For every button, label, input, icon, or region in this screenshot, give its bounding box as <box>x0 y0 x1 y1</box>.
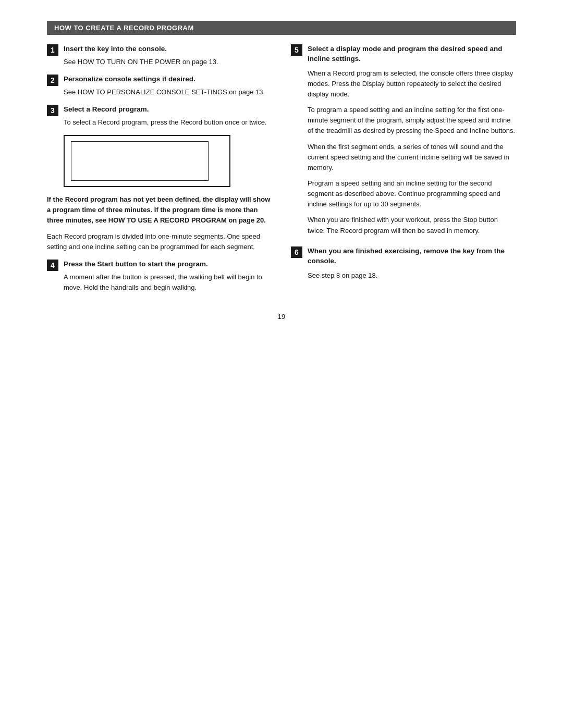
step-2-content: Personalize console settings if desired.… <box>64 75 272 97</box>
step-5-paragraph: When a Record program is selected, the c… <box>308 68 516 100</box>
two-column-layout: 1 Insert the key into the console. See H… <box>47 44 516 300</box>
bold-block: If the Record program has not yet been d… <box>47 194 272 226</box>
step-2-body: See HOW TO PERSONALIZE CONSOLE SET-TINGS… <box>64 87 272 97</box>
left-column: 1 Insert the key into the console. See H… <box>47 44 272 300</box>
step-5-title: Select a display mode and program the de… <box>308 44 516 64</box>
step-3-title: Select a Record program. <box>64 105 272 115</box>
step-1-title: Insert the key into the console. <box>64 44 272 54</box>
step-4-title: Press the Start button to start the prog… <box>64 260 272 269</box>
step-2-title: Personalize console settings if desired. <box>64 75 272 84</box>
step-6: 6 When you are finished exercising, remo… <box>291 246 516 281</box>
step-6-title: When you are finished exercising, remove… <box>308 246 516 266</box>
right-column: 5 Select a display mode and program the … <box>291 44 516 281</box>
diagram-inner <box>71 141 209 181</box>
step-5-number: 5 <box>291 44 302 56</box>
step-3-body: To select a Record program, press the Re… <box>64 117 272 128</box>
step-6-content: When you are finished exercising, remove… <box>308 246 516 281</box>
step-3-content: Select a Record program. To select a Rec… <box>64 105 272 128</box>
page-number: 19 <box>47 313 516 320</box>
page: HOW TO CREATE A RECORD PROGRAM 1 Insert … <box>47 21 516 320</box>
step-5-paragraph: Program a speed setting and an incline s… <box>308 178 516 209</box>
step-1: 1 Insert the key into the console. See H… <box>47 44 272 67</box>
header-text: HOW TO CREATE A RECORD PROGRAM <box>54 24 194 32</box>
step-5-paragraph: When you are finished with your workout,… <box>308 215 516 236</box>
diagram-box <box>64 135 230 187</box>
step-4: 4 Press the Start button to start the pr… <box>47 260 272 293</box>
step-4-content: Press the Start button to start the prog… <box>64 260 272 293</box>
step-3-number: 3 <box>47 105 58 116</box>
step-4-body: A moment after the button is pressed, th… <box>64 272 272 293</box>
section-header: HOW TO CREATE A RECORD PROGRAM <box>47 21 516 35</box>
step-1-content: Insert the key into the console. See HOW… <box>64 44 272 67</box>
step-1-body: See HOW TO TURN ON THE POWER on page 13. <box>64 57 272 67</box>
step-2: 2 Personalize console settings if desire… <box>47 75 272 97</box>
step-6-body: See step 8 on page 18. <box>308 270 516 281</box>
step-5-content: Select a display mode and program the de… <box>308 44 516 241</box>
step-2-number: 2 <box>47 75 58 86</box>
step-5-paragraph: When the first segment ends, a series of… <box>308 142 516 173</box>
step-5-paragraph: To program a speed setting and an inclin… <box>308 105 516 136</box>
step-3: 3 Select a Record program. To select a R… <box>47 105 272 128</box>
step-6-number: 6 <box>291 246 302 258</box>
step-5-body: When a Record program is selected, the c… <box>308 68 516 236</box>
step-1-number: 1 <box>47 44 58 56</box>
step-5: 5 Select a display mode and program the … <box>291 44 516 241</box>
step-4-number: 4 <box>47 260 58 271</box>
body-after-bold: Each Record program is divided into one-… <box>47 231 272 252</box>
